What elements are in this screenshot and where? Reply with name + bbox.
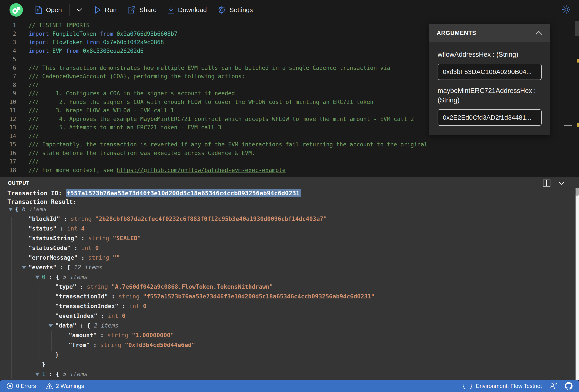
download-label: Download — [178, 6, 207, 14]
transaction-id-label: Transaction ID: — [7, 190, 66, 197]
json-row: "status" : int 4 — [7, 224, 579, 233]
output-title: OUTPUT — [8, 180, 30, 186]
arguments-panel: ARGUMENTS wflowAddressHex : (String) may… — [429, 24, 550, 135]
braces-icon: { } — [462, 383, 473, 389]
open-label: Open — [46, 6, 62, 14]
json-row: "data" : { 2 items — [7, 321, 579, 330]
json-row: "amount" : string "1.00000000" — [7, 330, 579, 340]
json-row: "events" : [ 12 items — [7, 262, 579, 272]
sun-icon — [562, 5, 571, 14]
argument-label: wflowAddressHex : (String) — [437, 50, 542, 59]
collapse-arrow-icon[interactable] — [35, 276, 40, 279]
theme-toggle-button[interactable] — [562, 5, 571, 15]
json-row: "eventIndex" : int 0 — [7, 311, 579, 321]
output-panel: OUTPUT Transaction ID: f557a1573b76aa53e… — [0, 177, 579, 380]
errors-status[interactable]: 0 Errors — [6, 383, 36, 390]
collapse-output-chevron-icon[interactable] — [558, 181, 565, 185]
json-row: 0 : { 5 items — [7, 272, 579, 282]
share-button[interactable]: Share — [127, 6, 156, 14]
line-number: 9 — [0, 89, 16, 98]
line-number: 13 — [0, 123, 16, 132]
line-number: 14 — [0, 132, 16, 141]
indent-guide — [38, 283, 38, 360]
line-number: 18 — [0, 166, 16, 175]
line-number: 10 — [0, 98, 16, 107]
warning-marker — [577, 59, 579, 62]
github-icon[interactable] — [565, 382, 573, 390]
transaction-id-value[interactable]: f557a1573b76aa53e73d46f3e10d200d5c18a653… — [66, 189, 301, 197]
error-icon — [6, 383, 13, 390]
code-line: 17/// — [0, 157, 579, 166]
json-row: "transactionId" : string "f557a1573b76aa… — [7, 291, 579, 301]
environment-status[interactable]: { } Environment: Flow Testnet — [462, 383, 542, 390]
json-tree: { 6 items"blockId" : string "2b28cbfb87d… — [7, 204, 579, 380]
line-number: 16 — [0, 149, 16, 158]
warnings-status[interactable]: 2 Warnings — [46, 383, 84, 390]
open-button[interactable]: Open — [35, 6, 62, 14]
json-row: "errorMessage" : string "" — [7, 253, 579, 262]
scroll-position-marker — [564, 125, 572, 126]
download-icon — [167, 6, 174, 14]
json-row: "type" : string "A.7e60df042a9c0868.Flow… — [7, 282, 579, 291]
line-number: 6 — [0, 64, 16, 72]
warnings-count: 2 Warnings — [56, 383, 84, 390]
line-number: 5 — [0, 55, 16, 64]
output-scrollbar-thumb[interactable] — [576, 188, 579, 196]
line-number: 17 — [0, 157, 16, 166]
flow-runner-app: Open Run Share — [0, 0, 579, 392]
code-link[interactable]: https://github.com/onflow/batched-evm-ex… — [117, 167, 286, 173]
line-number: 7 — [0, 72, 16, 81]
play-icon — [95, 6, 101, 14]
collapse-arrow-icon[interactable] — [8, 208, 13, 211]
download-button[interactable]: Download — [167, 6, 207, 14]
split-panel-icon[interactable] — [543, 179, 551, 187]
editor-scrollbar-thumb[interactable] — [575, 21, 579, 36]
settings-label: Settings — [229, 6, 253, 14]
indent-guide — [51, 331, 52, 351]
json-row: "blockId" : string "2b28cbfb87da2cfec4f0… — [7, 214, 579, 224]
line-number: 15 — [0, 140, 16, 149]
feedback-person-icon[interactable] — [549, 382, 557, 390]
json-row: } — [7, 350, 579, 359]
gear-icon — [217, 6, 226, 14]
collapse-arrow-icon[interactable] — [22, 266, 26, 269]
json-row: } — [7, 359, 579, 369]
wflow-address-input[interactable] — [437, 64, 542, 80]
indent-guide — [11, 217, 12, 379]
collapse-arrow-icon[interactable] — [48, 324, 53, 327]
editor-scrollbar-track[interactable] — [575, 20, 579, 177]
open-dropdown-button[interactable] — [76, 8, 82, 12]
status-bar: 0 Errors 2 Warnings { } Environment: Flo… — [0, 380, 579, 392]
line-number: 11 — [0, 106, 16, 115]
share-label: Share — [139, 6, 156, 14]
warning-marker — [577, 123, 579, 127]
arguments-panel-header[interactable]: ARGUMENTS — [430, 24, 550, 42]
line-number: 12 — [0, 115, 16, 123]
chevron-down-icon — [76, 8, 82, 12]
arguments-title: ARGUMENTS — [437, 30, 476, 36]
line-number: 4 — [0, 47, 16, 56]
json-row: "from" : string "0xfd3b4cd50d44e6ed" — [7, 340, 579, 350]
output-header: OUTPUT — [0, 177, 579, 189]
json-row: "statusString" : string "SEALED" — [7, 233, 579, 243]
maybemint-address-input[interactable] — [437, 109, 542, 126]
run-button[interactable]: Run — [95, 6, 117, 14]
settings-button[interactable]: Settings — [217, 6, 253, 14]
environment-label: Environment: Flow Testnet — [476, 383, 542, 390]
json-row: "transactionIndex" : int 0 — [7, 301, 579, 311]
line-number: 2 — [0, 30, 16, 38]
flow-logo-icon — [9, 3, 23, 17]
argument-label: maybeMintERC721AddressHex : (String) — [437, 86, 542, 105]
chevron-up-icon[interactable] — [535, 31, 543, 35]
output-scrollbar-track[interactable] — [576, 188, 579, 380]
code-line: 15/// Importantly, the transaction is re… — [0, 140, 579, 149]
warning-icon — [46, 383, 53, 390]
code-line: 16/// state before the transaction was e… — [0, 149, 579, 158]
arguments-body: wflowAddressHex : (String) maybeMintERC7… — [430, 42, 550, 135]
json-row: 1 : { 5 items — [7, 369, 579, 379]
toolbar-divider — [70, 4, 70, 16]
output-body: Transaction ID: f557a1573b76aa53e73d46f3… — [0, 189, 579, 380]
json-row: { 6 items — [7, 204, 579, 214]
collapse-arrow-icon[interactable] — [35, 373, 40, 376]
errors-count: 0 Errors — [16, 383, 36, 390]
